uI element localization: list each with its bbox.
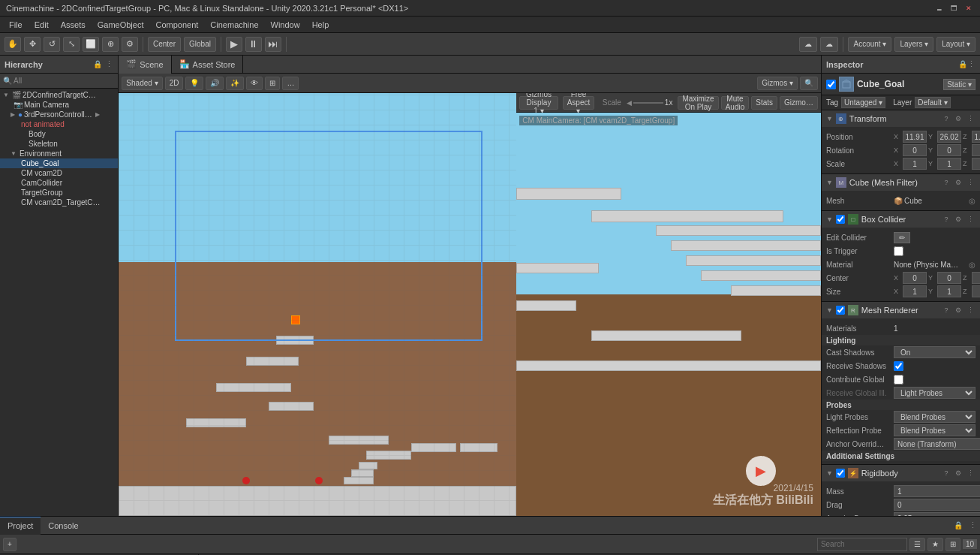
hierarchy-item-skeleton[interactable]: Skeleton <box>0 139 118 149</box>
menu-cinemachine[interactable]: Cinemachine <box>204 17 264 33</box>
mass-input[interactable] <box>894 485 980 497</box>
cast-shadows-dropdown[interactable]: OnOffTwo Sided <box>894 346 975 358</box>
layer-dropdown[interactable]: Default ▾ <box>915 97 950 108</box>
hierarchy-item-root[interactable]: ▼ 🎬 2DConfinedTargetC… <box>0 90 118 100</box>
sy-input[interactable] <box>937 285 961 297</box>
cz-input[interactable] <box>972 272 980 284</box>
pos-x-input[interactable] <box>903 131 927 143</box>
tab-console[interactable]: Console <box>41 517 86 535</box>
tab-project[interactable]: Project <box>0 517 41 535</box>
scene-grid-btn[interactable]: ⊞ <box>265 77 280 90</box>
mesh-renderer-more[interactable]: ⋮ <box>965 305 975 315</box>
obj-name[interactable]: Cube_Goal <box>857 79 940 89</box>
gizmos-game-btn[interactable]: Gizmo… <box>780 96 818 110</box>
anchor-override-input[interactable] <box>894 438 980 450</box>
pause-button[interactable]: ⏸ <box>245 37 262 52</box>
hierarchy-item-notanimated[interactable]: not animated <box>0 119 118 129</box>
pos-z-input[interactable] <box>972 131 980 143</box>
hierarchy-item-targetgroup[interactable]: TargetGroup <box>0 188 118 198</box>
box-collider-header[interactable]: ▼ □ Box Collider ? ⚙ ⋮ <box>822 211 980 228</box>
menu-gameobject[interactable]: GameObject <box>92 17 150 33</box>
is-trigger-checkbox[interactable] <box>894 246 903 256</box>
rect-tool[interactable]: ⬜ <box>83 37 99 52</box>
hierarchy-item-environment[interactable]: ▼ Environment <box>0 149 118 158</box>
menu-window[interactable]: Window <box>265 17 306 33</box>
inspector-lock-icon[interactable]: 🔒 <box>958 60 967 68</box>
menu-file[interactable]: File <box>3 17 29 33</box>
receive-global-dropdown[interactable]: Light Probes <box>894 387 975 399</box>
hierarchy-more-icon[interactable]: ⋮ <box>105 59 113 69</box>
inspector-more-icon[interactable]: ⋮ <box>967 59 975 69</box>
step-button[interactable]: ⏭ <box>265 37 281 52</box>
account-button[interactable]: Account ▾ <box>848 37 891 52</box>
hierarchy-item-cubegoal[interactable]: Cube_Goal <box>0 158 118 168</box>
hierarchy-item-cmvcam2d[interactable]: CM vcam2D <box>0 168 118 178</box>
menu-help[interactable]: Help <box>306 17 335 33</box>
receive-shadows-checkbox[interactable] <box>894 361 903 371</box>
search-filter-btn[interactable]: ★ <box>927 538 943 551</box>
box-collider-help[interactable]: ? <box>941 214 951 225</box>
collab-button[interactable]: ☁ <box>799 37 817 52</box>
layers-button[interactable]: Layers ▾ <box>894 37 933 52</box>
tab-asset-store[interactable]: 🏪 Asset Store <box>172 56 244 74</box>
hierarchy-all-btn[interactable]: All <box>14 77 22 85</box>
material-pick-btn[interactable]: ◎ <box>969 261 975 269</box>
scene-light-btn[interactable]: 💡 <box>185 77 203 90</box>
move-tool[interactable]: ✥ <box>24 37 41 52</box>
scene-audio-btn[interactable]: 🔊 <box>206 77 224 90</box>
mesh-renderer-settings[interactable]: ⚙ <box>953 305 963 315</box>
game-display-btn[interactable]: Gizmos Display 1 ▾ <box>519 96 558 110</box>
panel-lock-icon[interactable]: 🔒 <box>951 521 966 529</box>
search-save-btn[interactable]: ⊞ <box>945 538 960 551</box>
scene-hidden-btn[interactable]: 👁 <box>246 77 263 90</box>
mesh-renderer-header[interactable]: ▼ R Mesh Renderer ? ⚙ ⋮ <box>822 302 980 318</box>
hierarchy-item-maincamera[interactable]: 📷 Main Camera <box>0 100 118 110</box>
obj-active-checkbox[interactable] <box>826 80 836 89</box>
hierarchy-item-body[interactable]: Body <box>0 129 118 139</box>
add-asset-btn[interactable]: + <box>3 538 17 551</box>
transform-help-btn[interactable]: ? <box>941 113 951 124</box>
transform-more-btn[interactable]: ⋮ <box>965 113 975 124</box>
box-collider-checkbox[interactable] <box>836 215 845 224</box>
reflection-probe-dropdown[interactable]: Blend Probes <box>894 424 975 436</box>
rot-x-input[interactable] <box>903 144 927 156</box>
transform-settings-btn[interactable]: ⚙ <box>953 113 963 124</box>
static-badge[interactable]: Static ▾ <box>943 79 975 90</box>
sc-z-input[interactable] <box>972 158 980 170</box>
rigidbody-header[interactable]: ▼ ⚡ Rigidbody ? ⚙ ⋮ <box>822 465 980 481</box>
rot-y-input[interactable] <box>937 144 961 156</box>
search-input[interactable] <box>817 538 907 551</box>
panel-more-icon[interactable]: ⋮ <box>966 520 980 530</box>
search-type-btn[interactable]: ☰ <box>909 538 925 551</box>
custom-tool[interactable]: ⚙ <box>122 37 138 52</box>
cloud-button[interactable]: ☁ <box>820 37 838 52</box>
sc-y-input[interactable] <box>937 158 961 170</box>
game-aspect-btn[interactable]: Free Aspect ▾ <box>563 96 595 110</box>
mesh-pick-btn[interactable]: ◎ <box>969 197 975 205</box>
close-button[interactable]: ✕ <box>963 3 974 14</box>
mesh-filter-help[interactable]: ? <box>941 177 951 188</box>
transform-header[interactable]: ▼ ⊕ Transform ? ⚙ ⋮ <box>822 110 980 127</box>
sc-x-input[interactable] <box>903 158 927 170</box>
rigidbody-settings[interactable]: ⚙ <box>953 468 963 478</box>
rigidbody-more[interactable]: ⋮ <box>965 468 975 478</box>
box-collider-settings[interactable]: ⚙ <box>953 214 963 225</box>
stats-btn[interactable]: Stats <box>751 96 777 110</box>
angular-drag-input[interactable] <box>894 512 980 516</box>
2d-button[interactable]: 2D <box>165 77 184 90</box>
maximize-on-play-btn[interactable]: Maximize On Play <box>678 96 718 110</box>
rigidbody-checkbox[interactable] <box>836 469 845 478</box>
cx-input[interactable] <box>903 272 927 284</box>
cy-input[interactable] <box>937 272 961 284</box>
mesh-filter-header[interactable]: ▼ M Cube (Mesh Filter) ? ⚙ ⋮ <box>822 174 980 191</box>
sz-input[interactable] <box>972 285 980 297</box>
light-probes-dropdown[interactable]: Blend Probes <box>894 411 975 423</box>
layout-button[interactable]: Layout ▾ <box>936 37 975 52</box>
transform-tool[interactable]: ⊕ <box>102 37 119 52</box>
video-play-icon[interactable]: ▶ <box>746 456 776 486</box>
edit-collider-btn[interactable]: ✏ <box>894 232 910 243</box>
hierarchy-item-camcollider[interactable]: CamCollider <box>0 178 118 188</box>
tag-dropdown[interactable]: Untagged ▾ <box>841 97 885 108</box>
global-button[interactable]: Global <box>184 37 216 52</box>
play-button[interactable]: ▶ <box>226 37 242 52</box>
